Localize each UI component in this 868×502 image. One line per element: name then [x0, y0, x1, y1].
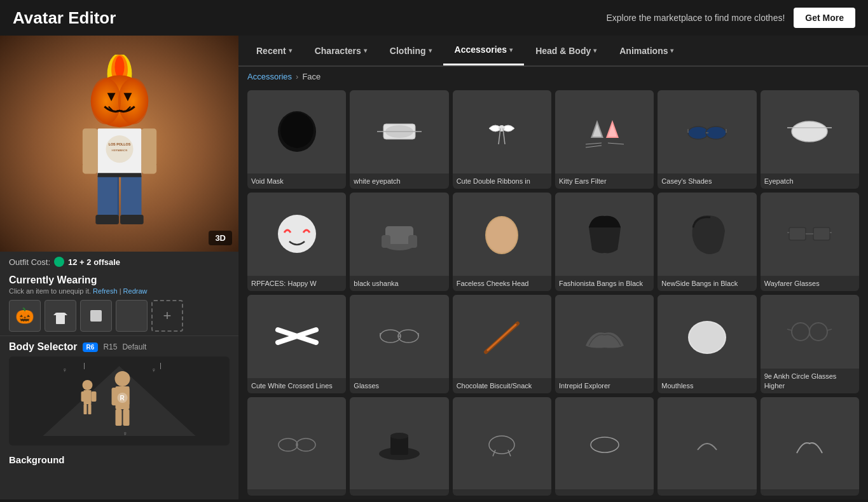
grid-item-kitty-ears[interactable]: Kitty Ears Filter: [555, 90, 654, 189]
svg-text:LOS POLLOS: LOS POLLOS: [108, 142, 130, 146]
grid-item-24[interactable]: [761, 397, 859, 496]
grid-item-mouthless[interactable]: Mouthless: [658, 295, 756, 393]
item24-label: [761, 489, 859, 496]
svg-marker-26: [53, 313, 56, 315]
glasses2-label: [247, 489, 346, 496]
svg-rect-23: [95, 215, 119, 224]
mouthless-label: Mouthless: [658, 378, 756, 393]
tab-accessories[interactable]: Accessories ▾: [443, 36, 525, 65]
grid-item-glasses[interactable]: Glasses: [350, 295, 448, 393]
explorer-image: [555, 295, 654, 378]
wearing-item-pumpkin[interactable]: 🎃: [9, 300, 41, 332]
grid-item-caseys-shades[interactable]: Casey's Shades: [658, 90, 756, 189]
refresh-link[interactable]: Refresh: [93, 287, 118, 295]
ushanka-label: black ushanka: [350, 276, 448, 291]
avatar-preview: LOS POLLOS HERMANOS: [0, 36, 238, 252]
grid-item-glasses2[interactable]: [247, 397, 346, 496]
white-eyepatch-label: white eyepatch: [350, 173, 448, 189]
wearing-item-add[interactable]: +: [151, 300, 183, 332]
caseys-shades-label: Casey's Shades: [658, 173, 756, 189]
body-selector: Body Selector R6 R15 Default ♀: [0, 336, 238, 451]
grid-item-ushanka[interactable]: black ushanka: [350, 193, 448, 291]
svg-line-61: [586, 143, 602, 144]
tab-clothing[interactable]: Clothing ▾: [378, 36, 443, 65]
right-panel: Recent ▾ Characters ▾ Clothing ▾ Accesso…: [238, 36, 868, 499]
svg-marker-27: [65, 313, 67, 315]
newside-bangs-label: NewSide Bangs in Black: [658, 276, 756, 291]
grid-item-black-hat[interactable]: [350, 397, 448, 496]
grid-item-explorer[interactable]: Intrepid Explorer: [555, 295, 654, 393]
chevron-down-icon: ▾: [593, 47, 596, 54]
biscuit-label: Chocolate Biscuit/Snack: [453, 378, 551, 393]
grid-item-void-mask[interactable]: Void Mask: [247, 90, 346, 189]
ribbons-image: [453, 90, 551, 173]
body-preview-svg: ♀ R: [9, 360, 230, 442]
breadcrumb-current: Face: [302, 72, 320, 81]
grid-item-22[interactable]: [555, 397, 654, 496]
explore-text: Explore the marketplace to find more clo…: [606, 13, 785, 23]
void-mask-label: Void Mask: [247, 173, 346, 189]
wayfarer-image: [761, 193, 859, 276]
grid-item-eyepatch[interactable]: Eyepatch: [761, 90, 859, 189]
tab-head-body[interactable]: Head & Body ▾: [524, 36, 608, 65]
svg-rect-42: [123, 409, 130, 426]
grid-item-wayfarer[interactable]: Wayfarer Glasses: [761, 193, 859, 291]
grid-item-newside-bangs[interactable]: NewSide Bangs in Black: [658, 193, 756, 291]
grid-item-white-eyepatch[interactable]: white eyepatch: [350, 90, 448, 189]
faceless-image: [453, 193, 551, 276]
robux-icon: [54, 257, 64, 267]
svg-point-104: [390, 433, 408, 439]
click-hint: Click an item to unequip it. Refresh | R…: [9, 287, 230, 295]
currently-wearing-title: Currently Wearing: [9, 275, 230, 286]
svg-line-62: [586, 146, 602, 147]
r15-label[interactable]: R15: [103, 343, 117, 351]
svg-point-54: [499, 125, 505, 132]
background-label: Background: [0, 451, 238, 469]
items-grid: Void Mask white eyepatch: [238, 86, 868, 499]
nav-tabs: Recent ▾ Characters ▾ Clothing ▾ Accesso…: [238, 36, 868, 67]
breadcrumb-parent[interactable]: Accessories: [247, 72, 292, 81]
svg-rect-15: [82, 128, 97, 166]
svg-rect-28: [90, 310, 102, 322]
svg-line-91: [488, 325, 516, 350]
black-hat-label: [350, 489, 448, 496]
grid-item-biscuit[interactable]: Chocolate Biscuit/Snack: [453, 295, 551, 393]
crossed-lines-label: Cute White Crossed Lines: [247, 378, 346, 393]
grid-item-21[interactable]: [453, 397, 551, 496]
wearing-item-shirt[interactable]: [45, 300, 76, 332]
default-label: Default: [122, 343, 146, 351]
wearing-item-empty: [116, 300, 148, 332]
grid-item-rpfaces[interactable]: RPFACES: Happy W: [247, 193, 346, 291]
grid-item-ribbons[interactable]: Cute Double Ribbons in: [453, 90, 551, 189]
r6-badge[interactable]: R6: [83, 343, 99, 352]
grid-item-fashionista-bangs[interactable]: Fashionista Bangs in Black: [555, 193, 654, 291]
tab-recent[interactable]: Recent ▾: [245, 36, 303, 65]
svg-point-2: [114, 56, 124, 78]
header-right: Explore the marketplace to find more clo…: [606, 8, 855, 28]
get-more-button[interactable]: Get More: [794, 8, 855, 28]
svg-rect-79: [813, 227, 830, 240]
circle-glasses-image: [761, 295, 859, 369]
3d-badge[interactable]: 3D: [209, 231, 232, 245]
svg-rect-18: [141, 163, 156, 173]
grid-item-23[interactable]: [658, 397, 756, 496]
newside-bangs-image: [658, 193, 756, 276]
eyepatch-image: [761, 90, 859, 173]
svg-rect-19: [97, 175, 118, 217]
svg-rect-16: [141, 128, 156, 166]
svg-rect-33: [81, 391, 86, 402]
page-title: Avatar Editor: [13, 8, 116, 28]
svg-text:HERMANOS: HERMANOS: [111, 149, 127, 152]
grid-item-faceless[interactable]: Faceless Cheeks Head: [453, 193, 551, 291]
chevron-down-icon: ▾: [509, 46, 513, 53]
grid-item-circle-glasses[interactable]: 9e Ankh Circle Glasses Higher: [761, 295, 859, 393]
grid-item-crossed-lines[interactable]: Cute White Crossed Lines: [247, 295, 346, 393]
redraw-link[interactable]: Redraw: [123, 287, 148, 295]
svg-point-93: [689, 322, 725, 353]
svg-point-69: [792, 121, 827, 142]
svg-rect-35: [84, 404, 87, 414]
currently-wearing-section: Currently Wearing Click an item to unequ…: [0, 272, 238, 336]
wearing-item-white[interactable]: [80, 300, 112, 332]
tab-characters[interactable]: Characters ▾: [303, 36, 378, 65]
tab-animations[interactable]: Animations ▾: [608, 36, 685, 65]
